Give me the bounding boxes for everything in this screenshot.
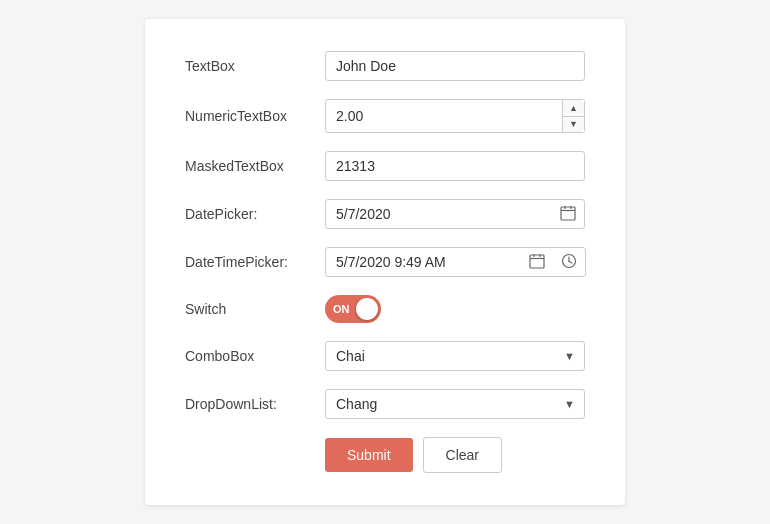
switch-thumb <box>356 298 378 320</box>
datepicker-input[interactable] <box>326 200 552 228</box>
numeric-input[interactable] <box>326 102 562 130</box>
clear-button[interactable]: Clear <box>423 437 502 473</box>
form-card: TextBox NumericTextBox ▲ ▼ MaskedTextBox… <box>145 19 625 505</box>
button-row: Submit Clear <box>325 437 585 473</box>
datetimepicker-clock-icon[interactable] <box>553 253 585 272</box>
switch-on-label: ON <box>333 303 350 315</box>
spinner-down-button[interactable]: ▼ <box>563 117 584 133</box>
svg-rect-4 <box>530 255 544 268</box>
dropdownlist-row: DropDownList: Chai Chang Aniseed Syrup ▼ <box>185 389 585 419</box>
masked-input[interactable] <box>325 151 585 181</box>
datetimepicker-row: DateTimePicker: <box>185 247 585 277</box>
dropdownlist-wrapper: Chai Chang Aniseed Syrup ▼ <box>325 389 585 419</box>
masked-row: MaskedTextBox <box>185 151 585 181</box>
datepicker-label: DatePicker: <box>185 206 325 222</box>
textbox-row: TextBox <box>185 51 585 81</box>
numeric-label: NumericTextBox <box>185 108 325 124</box>
numeric-row: NumericTextBox ▲ ▼ <box>185 99 585 133</box>
datetimepicker-wrapper <box>325 247 586 277</box>
submit-button[interactable]: Submit <box>325 438 413 472</box>
spinner-up-button[interactable]: ▲ <box>563 100 584 117</box>
numeric-wrapper: ▲ ▼ <box>325 99 585 133</box>
masked-label: MaskedTextBox <box>185 158 325 174</box>
dropdownlist-select[interactable]: Chai Chang Aniseed Syrup <box>325 389 585 419</box>
svg-rect-0 <box>561 207 575 220</box>
switch-toggle[interactable]: ON <box>325 295 381 323</box>
switch-row: Switch ON <box>185 295 585 323</box>
textbox-label: TextBox <box>185 58 325 74</box>
datetimepicker-calendar-icon[interactable] <box>521 253 553 272</box>
switch-label: Switch <box>185 301 325 317</box>
svg-line-10 <box>569 261 572 263</box>
combobox-label: ComboBox <box>185 348 325 364</box>
calendar-icon[interactable] <box>552 205 584 224</box>
combobox-wrapper: Chai Chang Aniseed Syrup ▼ <box>325 341 585 371</box>
switch-track: ON <box>325 295 381 323</box>
combobox-select[interactable]: Chai Chang Aniseed Syrup <box>325 341 585 371</box>
combobox-row: ComboBox Chai Chang Aniseed Syrup ▼ <box>185 341 585 371</box>
datepicker-wrapper <box>325 199 585 229</box>
dropdownlist-label: DropDownList: <box>185 396 325 412</box>
datepicker-row: DatePicker: <box>185 199 585 229</box>
textbox-input[interactable] <box>325 51 585 81</box>
numeric-spinner: ▲ ▼ <box>562 100 584 132</box>
datetimepicker-input[interactable] <box>326 248 521 276</box>
datetimepicker-label: DateTimePicker: <box>185 254 325 270</box>
